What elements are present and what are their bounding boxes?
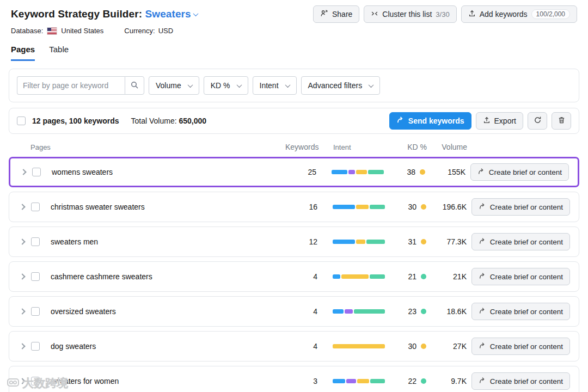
row-checkbox[interactable] xyxy=(31,342,40,351)
table-row[interactable]: womens sweaters 25 38 155K Create brief … xyxy=(9,157,579,187)
chevron-down-icon xyxy=(193,11,198,17)
row-checkbox[interactable] xyxy=(31,203,40,211)
row-checkbox[interactable] xyxy=(31,307,40,316)
export-button[interactable]: Export xyxy=(476,112,523,130)
intent-segment-navigational xyxy=(348,170,356,174)
create-brief-button[interactable]: Create brief or content xyxy=(471,198,570,216)
select-all-checkbox[interactable] xyxy=(17,117,26,125)
kd-filter-dropdown[interactable]: KD % xyxy=(204,76,248,95)
share-button[interactable]: Share xyxy=(313,5,359,23)
intent-bar xyxy=(333,344,385,348)
create-brief-arrow-icon xyxy=(479,307,486,316)
create-brief-button[interactable]: Create brief or content xyxy=(470,163,569,181)
create-brief-button[interactable]: Create brief or content xyxy=(471,303,570,320)
search-input[interactable] xyxy=(17,76,125,95)
create-brief-button[interactable]: Create brief or content xyxy=(471,233,570,250)
row-volume: 155K xyxy=(427,168,465,176)
volume-filter-dropdown[interactable]: Volume xyxy=(149,76,199,95)
currency-label: Currency: xyxy=(124,27,155,35)
expand-row-icon[interactable] xyxy=(19,378,25,384)
create-brief-label: Create brief or content xyxy=(490,273,563,281)
kd-dot xyxy=(421,344,426,349)
row-checkbox[interactable] xyxy=(31,272,40,281)
expand-row-icon[interactable] xyxy=(19,343,25,349)
column-volume[interactable]: Volume xyxy=(429,143,467,151)
intent-segment-commercial xyxy=(341,274,369,279)
export-label: Export xyxy=(494,117,516,125)
row-kd: 30 xyxy=(408,203,416,211)
cluster-count: 3/30 xyxy=(436,10,449,19)
row-checkbox[interactable] xyxy=(32,168,41,176)
intent-segment-transactional xyxy=(368,170,384,174)
keyword-list-selector[interactable]: Sweaters xyxy=(145,8,198,20)
create-brief-button[interactable]: Create brief or content xyxy=(471,372,570,390)
column-intent[interactable]: Intent xyxy=(333,143,393,151)
intent-segment-informational xyxy=(333,240,355,244)
table-row[interactable]: oversized sweaters 4 23 18.6K Create bri… xyxy=(9,296,579,327)
chevron-down-icon xyxy=(285,82,290,88)
table-row[interactable]: sweaters for women 3 22 9.7K Create brie… xyxy=(9,366,579,392)
delete-button[interactable] xyxy=(552,112,571,130)
us-flag-icon xyxy=(47,28,57,34)
table-row[interactable]: cashmere cashmere sweaters 4 21 21K Crea… xyxy=(9,261,579,292)
table-row[interactable]: christmas sweater sweaters 16 30 196.6K … xyxy=(9,192,579,222)
main-content: Volume KD % Intent Advanced filters 12 p… xyxy=(0,61,588,392)
chevron-down-icon xyxy=(187,82,193,88)
table-row[interactable]: dog sweaters 4 30 27K Create brief or co… xyxy=(9,331,579,362)
row-name: womens sweaters xyxy=(52,168,284,176)
intent-segment-informational xyxy=(333,309,344,314)
create-brief-label: Create brief or content xyxy=(490,238,563,246)
intent-segment-informational xyxy=(332,170,347,174)
intent-segment-informational xyxy=(333,205,355,209)
row-volume: 196.6K xyxy=(428,203,467,211)
rows: womens sweaters 25 38 155K Create brief … xyxy=(9,157,579,392)
filter-bar: Volume KD % Intent Advanced filters xyxy=(9,69,579,102)
intent-filter-dropdown[interactable]: Intent xyxy=(253,76,297,95)
intent-bar xyxy=(333,309,385,314)
send-keywords-button[interactable]: Send keywords xyxy=(389,112,471,130)
tab-table[interactable]: Table xyxy=(49,45,69,61)
intent-segment-commercial xyxy=(356,240,365,244)
kd-dot xyxy=(421,378,426,384)
column-keywords[interactable]: Keywords xyxy=(285,143,318,151)
row-checkbox[interactable] xyxy=(31,237,40,246)
kd-dot xyxy=(421,274,426,279)
row-volume: 77.3K xyxy=(428,237,467,246)
search-button[interactable] xyxy=(125,76,144,95)
kd-dot xyxy=(421,239,426,244)
create-brief-arrow-icon xyxy=(479,237,486,247)
row-name: sweaters for women xyxy=(51,377,285,385)
send-keywords-label: Send keywords xyxy=(408,117,464,125)
create-brief-arrow-icon xyxy=(477,168,485,177)
kd-dot xyxy=(420,169,425,175)
expand-row-icon[interactable] xyxy=(19,238,25,244)
refresh-button[interactable] xyxy=(528,112,547,130)
intent-segment-commercial xyxy=(357,379,370,383)
row-name: dog sweaters xyxy=(51,342,285,351)
expand-row-icon[interactable] xyxy=(19,204,25,210)
column-kd[interactable]: KD % xyxy=(396,143,427,151)
row-kd: 21 xyxy=(408,272,416,281)
row-volume: 9.7K xyxy=(428,377,467,385)
cluster-list-button[interactable]: Cluster this list 3/30 xyxy=(364,5,456,23)
row-keywords: 12 xyxy=(285,237,317,246)
create-brief-button[interactable]: Create brief or content xyxy=(471,338,570,355)
advanced-filters-dropdown[interactable]: Advanced filters xyxy=(301,76,381,95)
expand-row-icon[interactable] xyxy=(19,273,25,279)
expand-row-icon[interactable] xyxy=(19,308,25,314)
intent-segment-transactional xyxy=(370,379,385,383)
database-label: Database: xyxy=(11,27,43,35)
create-brief-button[interactable]: Create brief or content xyxy=(471,268,570,285)
expand-row-icon[interactable] xyxy=(20,169,26,175)
table-row[interactable]: sweaters men 12 31 77.3K Create brief or… xyxy=(9,226,579,257)
tab-pages[interactable]: Pages xyxy=(11,45,35,61)
kd-dot xyxy=(421,309,426,314)
refresh-icon xyxy=(534,116,542,126)
total-volume-label: Total Volume: xyxy=(131,117,177,125)
add-keywords-button[interactable]: Add keywords 100/2,000 xyxy=(461,5,577,23)
row-checkbox[interactable] xyxy=(31,377,40,385)
volume-filter-label: Volume xyxy=(156,81,181,90)
column-pages[interactable]: Pages xyxy=(30,143,285,151)
selection-summary: 12 pages, 100 keywords xyxy=(32,117,119,125)
currency-value: USD xyxy=(158,27,173,35)
